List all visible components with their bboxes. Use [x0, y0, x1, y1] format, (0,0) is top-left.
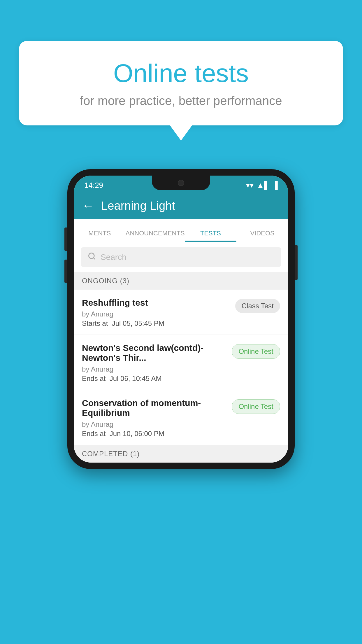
test-badge-class: Class Test — [235, 299, 280, 313]
completed-label: COMPLETED (1) — [82, 450, 140, 458]
test-info: Conservation of momentum-Equilibrium by … — [82, 398, 232, 438]
search-icon — [88, 252, 96, 262]
test-time: Starts at Jul 05, 05:45 PM — [82, 319, 229, 328]
power-button — [295, 245, 298, 280]
test-info: Reshuffling test by Anurag Starts at Jul… — [82, 298, 235, 328]
back-button[interactable]: ← — [82, 199, 94, 213]
tab-tests[interactable]: TESTS — [185, 230, 237, 242]
speech-bubble: Online tests for more practice, better p… — [19, 41, 343, 125]
wifi-icon: ▾▾ — [246, 181, 254, 190]
volume-up-button — [64, 228, 67, 251]
tab-videos[interactable]: VIDEOS — [236, 230, 288, 242]
test-item[interactable]: Conservation of momentum-Equilibrium by … — [74, 390, 288, 445]
test-time: Ends at Jul 06, 10:45 AM — [82, 374, 226, 383]
signal-icon: ▲▌ — [256, 181, 269, 190]
phone-frame: 14:29 ▾▾ ▲▌ ▐ ← Learning Light MENTS ANN… — [67, 169, 295, 469]
speech-bubble-container: Online tests for more practice, better p… — [19, 41, 343, 125]
status-icons: ▾▾ ▲▌ ▐ — [246, 181, 278, 190]
test-by: by Anurag — [82, 365, 226, 373]
test-by: by Anurag — [82, 420, 226, 428]
svg-line-1 — [93, 258, 95, 259]
app-bar-title: Learning Light — [101, 199, 175, 212]
test-badge-online: Online Test — [232, 399, 280, 414]
search-placeholder: Search — [101, 253, 126, 262]
test-badge-online: Online Test — [232, 344, 280, 359]
tab-ments[interactable]: MENTS — [74, 230, 126, 242]
ongoing-section-header: ONGOING (3) — [74, 272, 288, 290]
phone-screen: 14:29 ▾▾ ▲▌ ▐ ← Learning Light MENTS ANN… — [74, 176, 288, 463]
test-name: Newton's Second law(contd)-Newton's Thir… — [82, 343, 226, 363]
test-info: Newton's Second law(contd)-Newton's Thir… — [82, 343, 232, 383]
test-time: Ends at Jun 10, 06:00 PM — [82, 430, 226, 438]
test-by: by Anurag — [82, 310, 229, 318]
test-name: Conservation of momentum-Equilibrium — [82, 398, 226, 418]
phone-container: 14:29 ▾▾ ▲▌ ▐ ← Learning Light MENTS ANN… — [67, 169, 295, 469]
search-bar[interactable]: Search — [81, 247, 281, 267]
app-bar: ← Learning Light — [74, 192, 288, 219]
front-camera — [178, 180, 184, 186]
test-item[interactable]: Newton's Second law(contd)-Newton's Thir… — [74, 335, 288, 390]
status-time: 14:29 — [84, 181, 103, 190]
speech-bubble-title: Online tests — [39, 58, 323, 88]
test-name: Reshuffling test — [82, 298, 229, 308]
speech-bubble-subtitle: for more practice, better performance — [39, 94, 323, 108]
search-container: Search — [74, 242, 288, 272]
tab-bar: MENTS ANNOUNCEMENTS TESTS VIDEOS — [74, 219, 288, 242]
volume-down-button — [64, 260, 67, 283]
phone-notch — [152, 176, 210, 190]
completed-section-header: COMPLETED (1) — [74, 445, 288, 463]
test-item[interactable]: Reshuffling test by Anurag Starts at Jul… — [74, 290, 288, 335]
tab-announcements[interactable]: ANNOUNCEMENTS — [126, 230, 185, 242]
battery-icon: ▐ — [273, 181, 278, 190]
test-list: Reshuffling test by Anurag Starts at Jul… — [74, 290, 288, 445]
ongoing-label: ONGOING (3) — [82, 277, 129, 285]
